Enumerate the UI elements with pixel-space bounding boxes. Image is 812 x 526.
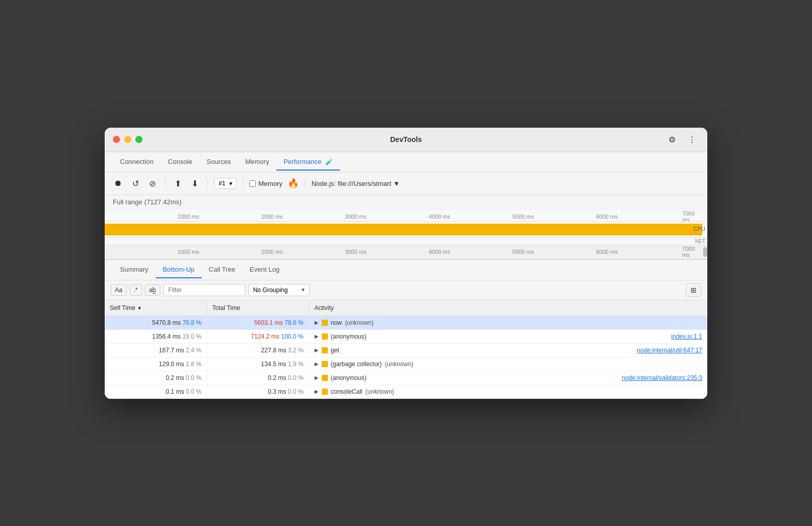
activity-source: (unknown) <box>345 319 374 326</box>
download-button[interactable]: ⬇ <box>188 177 201 190</box>
activity-color-square <box>322 361 328 367</box>
filter-bar: Aa .* ab̲ No Grouping By URL By Domain ▼… <box>105 280 707 300</box>
tab-connection[interactable]: Connection <box>113 154 161 171</box>
self-time-pct: 19.0 % <box>182 333 201 340</box>
cell-self-time: 0.1 ms 0.0 % <box>105 385 207 398</box>
ruler-mark2-7: 7000 ms <box>682 246 699 258</box>
record-button[interactable]: ⏺ <box>111 177 125 190</box>
total-time-ms: 227.8 ms <box>261 347 286 354</box>
table-row[interactable]: 167.7 ms 2.4 %227.8 ms 3.2 % ▶ get node:… <box>105 343 707 357</box>
titlebar-actions: ⚙ ⋮ <box>665 133 699 147</box>
col-total-time[interactable]: Total Time <box>207 300 309 316</box>
activity-color-square <box>322 333 328 340</box>
col-self-time[interactable]: Self Time ▼ <box>105 300 207 316</box>
cell-activity: ▶ get node:internal/util:647:17 <box>309 343 707 357</box>
clear-button[interactable]: ⊘ <box>146 177 159 190</box>
self-time-pct: 2.4 % <box>186 347 202 354</box>
target-select[interactable]: Node.js: file:///Users/stmart ▼ <box>312 180 400 187</box>
ruler-marks-top: 1000 ms 2000 ms 3000 ms 4000 ms 5000 ms … <box>105 209 707 222</box>
cell-activity: ▶ now (unknown) <box>309 316 707 329</box>
grouping-select-wrap: No Grouping By URL By Domain ▼ <box>248 284 309 296</box>
titlebar: DevTools ⚙ ⋮ <box>105 128 707 152</box>
total-time-ms: 5603.1 ms <box>254 319 283 326</box>
cell-total-time: 5603.1 ms 78.6 % <box>207 316 309 329</box>
cell-self-time: 167.7 ms 2.4 % <box>105 343 207 357</box>
expand-icon[interactable]: ▶ <box>315 320 319 325</box>
cell-total-time: 0.3 ms 0.0 % <box>207 385 309 398</box>
memory-checkbox-label[interactable]: Memory <box>249 180 282 187</box>
expand-icon[interactable]: ▶ <box>315 347 319 353</box>
activity-color-square <box>322 375 328 381</box>
tab-console[interactable]: Console <box>161 154 200 171</box>
self-time-pct: 76.8 % <box>182 319 201 326</box>
cpu-label: CPU <box>694 226 705 232</box>
table-row[interactable]: 0.1 ms 0.0 %0.3 ms 0.0 % ▶ consoleCall (… <box>105 385 707 398</box>
range-info: Full range (7127.42ms) <box>105 195 707 209</box>
tab-bottom-up[interactable]: Bottom-Up <box>156 261 202 278</box>
data-table-wrap: Self Time ▼ Total Time Activity 5470.8 m… <box>105 300 707 399</box>
tab-performance[interactable]: Performance 🧪 <box>276 154 340 171</box>
filter-regex-btn[interactable]: .* <box>130 284 142 296</box>
tab-memory[interactable]: Memory <box>238 154 276 171</box>
ruler-mark-4: 4000 ms <box>428 213 450 220</box>
ruler-mark-2: 2000 ms <box>261 213 283 220</box>
tab-event-log[interactable]: Event Log <box>243 261 287 278</box>
table-row[interactable]: 0.2 ms 0.0 %0.2 ms 0.0 % ▶ (anonymous) n… <box>105 371 707 385</box>
activity-color-square <box>322 389 328 395</box>
ruler-mark2-6: 6000 ms <box>596 249 617 255</box>
sort-arrow: ▼ <box>137 305 142 311</box>
expand-icon[interactable]: ▶ <box>315 333 319 339</box>
expand-icon[interactable]: ▶ <box>315 389 319 394</box>
col-activity[interactable]: Activity <box>309 300 707 316</box>
cell-activity: ▶ consoleCall (unknown) <box>309 385 707 398</box>
minimize-button[interactable] <box>124 136 131 143</box>
activity-source[interactable]: node:internal/validators:235:3 <box>622 374 702 381</box>
cell-activity: ▶ (garbage collector) (unknown) <box>309 357 707 371</box>
settings-button[interactable]: ⚙ <box>665 133 679 147</box>
session-select[interactable]: #1 <box>214 178 236 189</box>
table-row[interactable]: 1356.4 ms 19.0 %7124.2 ms 100.0 % ▶ (ano… <box>105 329 707 343</box>
cell-total-time: 7124.2 ms 100.0 % <box>207 329 309 343</box>
total-time-ms: 0.3 ms <box>268 388 286 395</box>
activity-color-square <box>322 320 328 326</box>
more-button[interactable]: ⋮ <box>685 133 699 147</box>
activity-name: (anonymous) <box>331 333 367 340</box>
grouping-select[interactable]: No Grouping By URL By Domain <box>248 284 309 296</box>
reload-button[interactable]: ↺ <box>129 177 142 190</box>
sidebar-toggle-button[interactable]: ⊞ <box>686 283 701 297</box>
ruler-mark2-5: 5000 ms <box>512 249 534 255</box>
table-body: 5470.8 ms 76.8 %5603.1 ms 78.6 % ▶ now (… <box>105 316 707 398</box>
main-tabs: Connection Console Sources Memory Perfor… <box>105 152 707 173</box>
cell-activity: ▶ (anonymous) index.js:1:1 <box>309 329 707 343</box>
table-row[interactable]: 129.0 ms 1.8 %134.5 ms 1.9 % ▶ (garbage … <box>105 357 707 371</box>
activity-source[interactable]: index.js:1:1 <box>671 333 702 340</box>
timeline-area: 1000 ms 2000 ms 3000 ms 4000 ms 5000 ms … <box>105 209 707 260</box>
tab-call-tree[interactable]: Call Tree <box>202 261 243 278</box>
self-time-ms: 0.1 ms <box>165 388 184 395</box>
table-row[interactable]: 5470.8 ms 76.8 %5603.1 ms 78.6 % ▶ now (… <box>105 316 707 329</box>
timeline-scrollbar-thumb[interactable] <box>703 247 707 257</box>
tab-summary[interactable]: Summary <box>113 261 156 278</box>
cell-total-time: 134.5 ms 1.9 % <box>207 357 309 371</box>
activity-name: consoleCall <box>331 388 363 395</box>
maximize-button[interactable] <box>135 136 142 143</box>
expand-icon[interactable]: ▶ <box>315 361 319 367</box>
total-time-ms: 7124.2 ms <box>251 333 279 340</box>
filter-case-btn[interactable]: Aa <box>111 284 127 296</box>
total-time-pct: 1.9 % <box>286 361 303 368</box>
filter-input[interactable] <box>163 284 245 296</box>
bottom-tabs: Summary Bottom-Up Call Tree Event Log <box>105 260 707 280</box>
self-time-ms: 5470.8 ms <box>152 319 181 326</box>
activity-source[interactable]: node:internal/util:647:17 <box>637 347 702 354</box>
close-button[interactable] <box>113 136 120 143</box>
self-time-ms: 0.2 ms <box>165 374 184 381</box>
ruler-mark-6: 6000 ms <box>596 213 617 220</box>
filter-whole-btn[interactable]: ab̲ <box>145 284 161 296</box>
performance-table: Self Time ▼ Total Time Activity 5470.8 m… <box>105 300 707 399</box>
expand-icon[interactable]: ▶ <box>315 375 319 380</box>
flamechart-icon: 🔥 <box>288 178 299 189</box>
memory-checkbox[interactable] <box>249 180 256 187</box>
upload-button[interactable]: ⬆ <box>172 177 184 190</box>
total-time-pct: 3.2 % <box>286 347 303 354</box>
tab-sources[interactable]: Sources <box>199 154 238 171</box>
